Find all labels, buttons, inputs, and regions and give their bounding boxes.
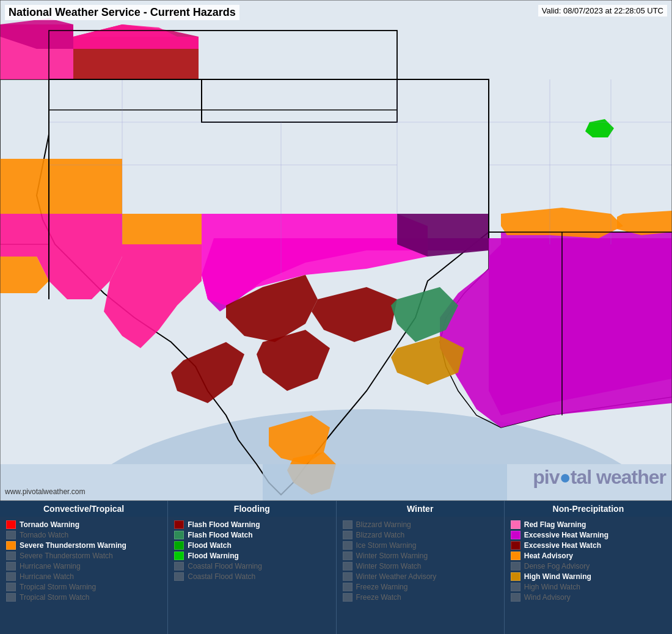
legend-color-swatch [343, 562, 352, 570]
legend-item: Winter Storm Watch [343, 562, 498, 570]
legend-item: Excessive Heat Watch [511, 541, 666, 550]
legend-item: Ice Storm Warning [343, 541, 498, 550]
legend-color-swatch [174, 572, 184, 581]
legend-item: Hurricane Watch [6, 572, 161, 581]
weather-map [0, 0, 672, 501]
legend-item: Tornado Warning [6, 520, 161, 529]
legend-item: Winter Storm Warning [343, 552, 498, 560]
legend-item-label: Coastal Flood Warning [188, 562, 262, 570]
legend-item-label: Winter Storm Warning [356, 552, 428, 560]
legend-item: High Wind Watch [511, 583, 666, 591]
legend-item-label: Hurricane Warning [20, 562, 81, 570]
brand-watermark: piv●tal weather [533, 466, 666, 489]
legend-color-swatch [343, 583, 352, 591]
legend-color-swatch [6, 531, 16, 539]
legend-color-swatch [343, 593, 352, 602]
legend-item: Flood Warning [174, 552, 329, 560]
legend-color-swatch [511, 531, 520, 539]
legend-item: Tornado Watch [6, 531, 161, 539]
legend-color-swatch [6, 520, 16, 529]
legend-item: Winter Weather Advisory [343, 572, 498, 581]
legend-color-swatch [174, 520, 184, 529]
legend-color-swatch [343, 572, 352, 581]
svg-rect-50 [263, 464, 507, 501]
legend-color-swatch [6, 583, 16, 591]
legend-color-swatch [6, 593, 16, 602]
legend-item: Freeze Warning [343, 583, 498, 591]
svg-marker-13 [122, 214, 202, 244]
legend-item-label: Coastal Flood Watch [188, 572, 255, 581]
legend-item: Tropical Storm Warning [6, 583, 161, 591]
legend-item: Flash Flood Watch [174, 531, 329, 539]
legend-item: Freeze Watch [343, 593, 498, 602]
legend-col-header: Winter [337, 501, 505, 517]
legend-item: Dense Fog Advisory [511, 562, 666, 570]
legend-item: High Wind Warning [511, 572, 666, 581]
legend-item-label: Freeze Warning [356, 583, 408, 591]
legend-column: Tornado WarningTornado WatchSevere Thund… [0, 517, 168, 634]
legend-item: Excessive Heat Warning [511, 531, 666, 539]
legend-item: Red Flag Warning [511, 520, 666, 529]
legend-item: Hurricane Warning [6, 562, 161, 570]
legend-item-label: Wind Advisory [524, 593, 571, 602]
legend-item-label: Winter Storm Watch [356, 562, 422, 570]
legend-item-label: High Wind Warning [524, 572, 591, 581]
legend-color-swatch [6, 541, 16, 550]
legend-item-label: Dense Fog Advisory [524, 562, 590, 570]
legend-color-swatch [343, 541, 352, 550]
legend-color-swatch [174, 531, 184, 539]
legend-color-swatch [343, 552, 352, 560]
legend-item-label: High Wind Watch [524, 583, 580, 591]
legend-item-label: Heat Advisory [524, 552, 573, 560]
legend-item-label: Tornado Warning [20, 520, 79, 529]
legend-column: Red Flag WarningExcessive Heat WarningEx… [505, 517, 672, 634]
legend-item-label: Hurricane Watch [20, 572, 74, 581]
legend-item-label: Blizzard Warning [356, 520, 411, 529]
legend-item: Tropical Storm Watch [6, 593, 161, 602]
legend-color-swatch [511, 572, 520, 581]
legend-item: Coastal Flood Warning [174, 562, 329, 570]
legend-color-swatch [511, 562, 520, 570]
legend-color-swatch [343, 531, 352, 539]
legend-item-label: Flash Flood Watch [188, 531, 252, 539]
legend-item: Blizzard Watch [343, 531, 498, 539]
legend-color-swatch [511, 520, 520, 529]
legend-color-swatch [511, 552, 520, 560]
map-container: National Weather Service - Current Hazar… [0, 0, 672, 501]
legend-color-swatch [174, 562, 184, 570]
legend-item-label: Flash Flood Warning [188, 520, 260, 529]
legend-item-label: Ice Storm Warning [356, 541, 417, 550]
legend-col-header: Convective/Tropical [0, 501, 168, 517]
legend-item: Blizzard Warning [343, 520, 498, 529]
legend-item: Flood Watch [174, 541, 329, 550]
legend-item-label: Severe Thunderstorm Warning [20, 541, 126, 550]
legend-color-swatch [6, 552, 16, 560]
legend-body: Tornado WarningTornado WatchSevere Thund… [0, 517, 672, 634]
legend-color-swatch [6, 562, 16, 570]
legend-color-swatch [174, 552, 184, 560]
website-url: www.pivotalweather.com [5, 487, 85, 496]
legend-item-label: Flood Warning [188, 552, 239, 560]
valid-time: Valid: 08/07/2023 at 22:28:05 UTC [538, 5, 667, 16]
legend-column: Flash Flood WarningFlash Flood WatchFloo… [168, 517, 336, 634]
legend-col-header: Flooding [168, 501, 336, 517]
legend-item: Coastal Flood Watch [174, 572, 329, 581]
legend-item: Flash Flood Warning [174, 520, 329, 529]
legend-color-swatch [511, 583, 520, 591]
legend: Convective/TropicalFloodingWinterNon-Pre… [0, 501, 672, 634]
legend-item: Wind Advisory [511, 593, 666, 602]
legend-color-swatch [511, 593, 520, 602]
legend-item-label: Tornado Watch [20, 531, 68, 539]
legend-item-label: Tropical Storm Warning [20, 583, 96, 591]
legend-header: Convective/TropicalFloodingWinterNon-Pre… [0, 501, 672, 517]
legend-item-label: Tropical Storm Watch [20, 593, 89, 602]
legend-item: Severe Thunderstorm Warning [6, 541, 161, 550]
legend-color-swatch [174, 541, 184, 550]
legend-color-swatch [6, 572, 16, 581]
legend-item-label: Excessive Heat Watch [524, 541, 601, 550]
legend-item-label: Blizzard Watch [356, 531, 405, 539]
legend-item: Heat Advisory [511, 552, 666, 560]
svg-marker-12 [0, 159, 122, 214]
legend-col-header: Non-Precipitation [505, 501, 672, 517]
legend-color-swatch [511, 541, 520, 550]
